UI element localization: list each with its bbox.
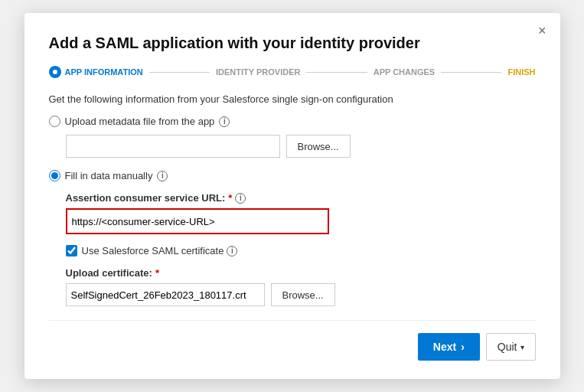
- step-identity-provider: IDENTITY PROVIDER: [216, 67, 300, 77]
- saml-cert-checkbox[interactable]: [66, 245, 77, 256]
- dialog-title: Add a SAML application with your identit…: [49, 34, 536, 52]
- metadata-file-row: Browse...: [66, 135, 536, 158]
- progress-steps: APP INFORMATION IDENTITY PROVIDER APP CH…: [49, 66, 536, 78]
- manual-fill-info-icon: i: [157, 171, 168, 181]
- step-identity-provider-label: IDENTITY PROVIDER: [216, 67, 300, 77]
- upload-cert-row: Browse...: [66, 283, 536, 306]
- step-divider-2: [306, 72, 367, 73]
- quit-button-label: Quit: [498, 341, 517, 353]
- saml-cert-info-icon: i: [227, 246, 237, 256]
- next-button-icon: ›: [461, 341, 465, 353]
- quit-chevron-icon: ▾: [520, 343, 524, 351]
- acs-url-field-label: Assertion consumer service URL: * i: [66, 192, 536, 204]
- saml-dialog: × Add a SAML application with your ident…: [24, 13, 560, 379]
- upload-metadata-label: Upload metadata file from the app: [65, 116, 215, 127]
- upload-cert-section: Upload certificate: * Browse...: [66, 267, 536, 306]
- subtitle-text: Get the following information from your …: [49, 93, 536, 105]
- step-divider-3: [441, 72, 501, 73]
- upload-metadata-info-icon: i: [219, 116, 230, 127]
- acs-url-label-text: Assertion consumer service URL:: [66, 192, 226, 204]
- next-button[interactable]: Next ›: [418, 333, 480, 361]
- upload-cert-required-star: *: [155, 267, 159, 279]
- step-divider-1: [149, 72, 210, 73]
- next-button-label: Next: [433, 341, 456, 353]
- step-app-changes: APP CHANGES: [374, 67, 435, 77]
- upload-cert-label-text: Upload certificate:: [66, 267, 152, 279]
- acs-url-section: Assertion consumer service URL: * i: [66, 192, 536, 234]
- acs-url-input-wrapper: [66, 208, 329, 234]
- upload-cert-input[interactable]: [66, 283, 265, 306]
- manual-fill-radio[interactable]: [49, 170, 60, 181]
- manual-fill-label: Fill in data manually: [65, 170, 153, 181]
- acs-url-required-star: *: [228, 192, 232, 204]
- step-finish-label: FINISH: [507, 67, 535, 77]
- step-active-icon: [49, 66, 61, 78]
- manual-option-row: Fill in data manually i: [49, 170, 536, 181]
- upload-metadata-radio[interactable]: [49, 116, 60, 127]
- step-finish: FINISH: [507, 67, 535, 77]
- dialog-footer: Next › Quit ▾: [49, 320, 536, 361]
- step-app-changes-label: APP CHANGES: [374, 67, 435, 77]
- step-app-information: APP INFORMATION: [49, 66, 143, 78]
- saml-cert-label: Use Salesforce SAML certificate i: [82, 245, 238, 256]
- cert-browse-button[interactable]: Browse...: [271, 283, 335, 306]
- upload-metadata-option: Upload metadata file from the app i: [49, 116, 536, 127]
- acs-url-input[interactable]: [67, 210, 328, 233]
- metadata-file-input[interactable]: [66, 135, 280, 158]
- upload-cert-field-label: Upload certificate: *: [66, 267, 536, 279]
- close-button[interactable]: ×: [538, 24, 546, 38]
- saml-cert-checkbox-row: Use Salesforce SAML certificate i: [66, 245, 536, 256]
- quit-button[interactable]: Quit ▾: [486, 333, 536, 361]
- acs-url-info-icon: i: [235, 193, 246, 204]
- metadata-browse-button[interactable]: Browse...: [286, 135, 351, 158]
- step-app-info-label: APP INFORMATION: [65, 67, 143, 77]
